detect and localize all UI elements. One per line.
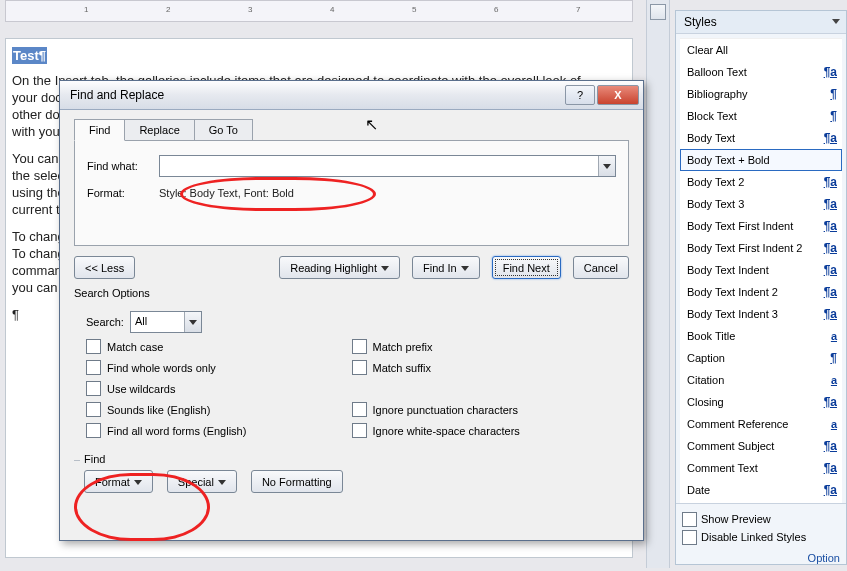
reading-highlight-button[interactable]: Reading Highlight — [279, 256, 400, 279]
style-type-icon: ¶a — [820, 219, 837, 233]
checkbox-icon — [682, 512, 697, 527]
find-replace-dialog: Find and Replace ? X Find Replace Go To … — [59, 80, 644, 541]
styles-footer: Show Preview Disable Linked Styles — [676, 503, 846, 550]
tab-goto[interactable]: Go To — [194, 119, 253, 141]
style-item-label: Book Title — [687, 330, 827, 342]
cancel-button[interactable]: Cancel — [573, 256, 629, 279]
format-value: Style: Body Text, Font: Bold — [159, 187, 294, 199]
style-item-label: Caption — [687, 352, 826, 364]
styles-options-link[interactable]: Option — [676, 550, 846, 564]
style-item[interactable]: Caption¶ — [680, 347, 842, 369]
style-type-icon: ¶a — [820, 65, 837, 79]
style-item[interactable]: Body Text First Indent¶a — [680, 215, 842, 237]
chevron-down-icon — [832, 19, 840, 24]
style-item[interactable]: Body Text Indent 3¶a — [680, 303, 842, 325]
dropdown-arrow-icon[interactable] — [598, 156, 615, 176]
style-type-icon: a — [827, 418, 837, 430]
style-item[interactable]: Book Titlea — [680, 325, 842, 347]
no-formatting-button[interactable]: No Formatting — [251, 470, 343, 493]
dropdown-arrow-icon — [184, 312, 201, 332]
style-item[interactable]: Body Text + Bold — [680, 149, 842, 171]
style-type-icon: ¶a — [820, 263, 837, 277]
style-type-icon: ¶a — [820, 483, 837, 497]
checkbox-icon — [682, 530, 697, 545]
style-item[interactable]: Block Text¶ — [680, 105, 842, 127]
ignore-punctuation-checkbox[interactable]: Ignore punctuation characters — [352, 402, 519, 417]
close-button[interactable]: X — [597, 85, 639, 105]
style-item-label: Body Text + Bold — [687, 154, 837, 166]
search-options-group: Search: All Match case Match prefix Find… — [74, 303, 629, 444]
style-type-icon: ¶a — [820, 285, 837, 299]
style-item[interactable]: Body Text First Indent 2¶a — [680, 237, 842, 259]
find-bottom-group: Find Format Special No Formatting — [74, 460, 629, 503]
style-item-label: Comment Reference — [687, 418, 827, 430]
gutter-button[interactable] — [650, 4, 666, 20]
style-item[interactable]: Body Text Indent¶a — [680, 259, 842, 281]
search-scope-select[interactable]: All — [130, 311, 202, 333]
style-item-label: Bibliography — [687, 88, 826, 100]
match-suffix-checkbox[interactable]: Match suffix — [352, 360, 432, 375]
styles-title: Styles — [684, 15, 717, 29]
dialog-button-row: << Less Reading Highlight Find In Find N… — [74, 256, 629, 279]
style-item-label: Body Text Indent 3 — [687, 308, 820, 320]
match-prefix-checkbox[interactable]: Match prefix — [352, 339, 433, 354]
style-item[interactable]: Balloon Text¶a — [680, 61, 842, 83]
style-item[interactable]: Closing¶a — [680, 391, 842, 413]
style-item-label: Body Text First Indent 2 — [687, 242, 820, 254]
style-type-icon: ¶a — [820, 241, 837, 255]
style-item-label: Body Text First Indent — [687, 220, 820, 232]
find-next-button[interactable]: Find Next — [492, 256, 561, 279]
style-item[interactable]: Comment Referencea — [680, 413, 842, 435]
word-forms-checkbox[interactable]: Find all word forms (English) — [86, 423, 246, 438]
style-type-icon: ¶ — [826, 351, 837, 365]
help-button[interactable]: ? — [565, 85, 595, 105]
dialog-tabs: Find Replace Go To — [74, 118, 643, 140]
styles-list[interactable]: Clear AllBalloon Text¶aBibliography¶Bloc… — [680, 38, 842, 503]
tab-find[interactable]: Find — [74, 119, 125, 141]
style-type-icon: ¶a — [820, 175, 837, 189]
find-what-input[interactable] — [159, 155, 616, 177]
style-item[interactable]: Comment Text¶a — [680, 457, 842, 479]
find-in-button[interactable]: Find In — [412, 256, 480, 279]
style-type-icon: a — [827, 330, 837, 342]
style-item-label: Body Text Indent — [687, 264, 820, 276]
style-item[interactable]: Body Text¶a — [680, 127, 842, 149]
style-item[interactable]: Comment Subject¶a — [680, 435, 842, 457]
style-item[interactable]: Body Text Indent 2¶a — [680, 281, 842, 303]
disable-linked-checkbox[interactable]: Disable Linked Styles — [682, 528, 840, 546]
find-group-legend: Find — [80, 453, 109, 465]
styles-panel-header[interactable]: Styles — [676, 11, 846, 34]
use-wildcards-checkbox[interactable]: Use wildcards — [86, 381, 175, 396]
search-options-label: Search Options — [74, 287, 629, 299]
style-type-icon: ¶a — [820, 395, 837, 409]
selected-text: Test¶ — [12, 47, 47, 64]
style-item[interactable]: Bibliography¶ — [680, 83, 842, 105]
style-item[interactable]: Citationa — [680, 369, 842, 391]
find-tab-body: Find what: Format: Style: Body Text, Fon… — [74, 140, 629, 246]
ignore-whitespace-checkbox[interactable]: Ignore white-space characters — [352, 423, 520, 438]
style-item-label: Body Text Indent 2 — [687, 286, 820, 298]
find-what-label: Find what: — [87, 160, 159, 172]
vertical-gutter — [646, 0, 670, 568]
style-item-label: Body Text 3 — [687, 198, 820, 210]
less-button[interactable]: << Less — [74, 256, 135, 279]
style-item-label: Comment Subject — [687, 440, 820, 452]
format-label: Format: — [87, 187, 159, 199]
search-scope-label: Search: — [86, 316, 124, 328]
whole-words-checkbox[interactable]: Find whole words only — [86, 360, 216, 375]
style-item-label: Balloon Text — [687, 66, 820, 78]
style-type-icon: ¶a — [820, 461, 837, 475]
style-item[interactable]: Body Text 3¶a — [680, 193, 842, 215]
sounds-like-checkbox[interactable]: Sounds like (English) — [86, 402, 210, 417]
match-case-checkbox[interactable]: Match case — [86, 339, 163, 354]
dialog-titlebar[interactable]: Find and Replace ? X — [60, 81, 643, 110]
style-item[interactable]: Date¶a — [680, 479, 842, 501]
style-item[interactable]: Clear All — [680, 39, 842, 61]
tab-replace[interactable]: Replace — [124, 119, 194, 141]
style-item[interactable]: Body Text 2¶a — [680, 171, 842, 193]
style-item-label: Clear All — [687, 44, 837, 56]
format-button[interactable]: Format — [84, 470, 153, 493]
show-preview-checkbox[interactable]: Show Preview — [682, 510, 840, 528]
special-button[interactable]: Special — [167, 470, 237, 493]
style-item-label: Body Text — [687, 132, 820, 144]
